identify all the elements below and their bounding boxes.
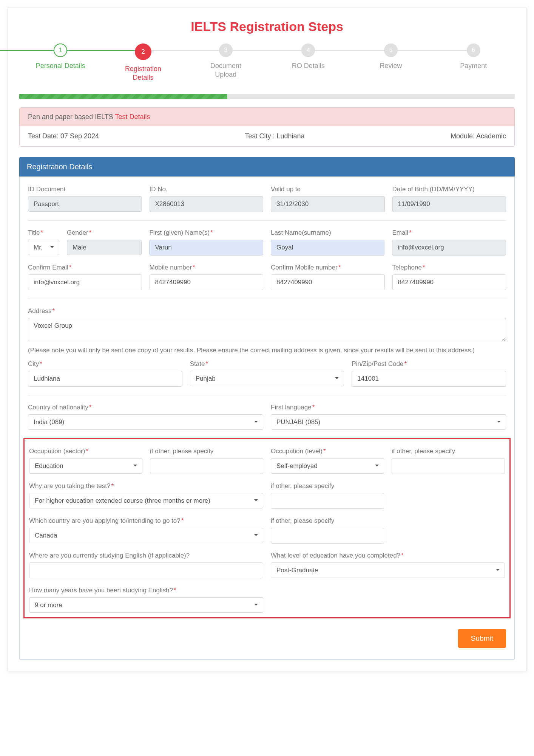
label-first-language: First language*: [271, 404, 506, 411]
label-first-name: First (given) Name(s)*: [149, 229, 263, 237]
city-input[interactable]: [28, 371, 182, 387]
first-language-select[interactable]: PUNJABI (085): [271, 414, 506, 430]
years-english-select[interactable]: 9 or more: [29, 597, 263, 613]
step-circle: 3: [219, 43, 233, 57]
label-id-no: ID No.: [150, 186, 264, 193]
label-email: Email*: [392, 229, 506, 237]
step-5[interactable]: 5Review: [350, 43, 432, 70]
progress-fill: [19, 94, 227, 99]
progress-bar: [19, 94, 515, 99]
label-title: Title*: [28, 229, 59, 237]
label-last-name: Last Name(surname): [271, 229, 385, 237]
label-state: State*: [190, 360, 344, 368]
stepper: 1Personal Details2RegistrationDetails3Do…: [19, 43, 515, 82]
step-label: RegistrationDetails: [102, 65, 185, 82]
study-where-input[interactable]: [29, 562, 263, 578]
label-years-english: How many years have you been studying En…: [29, 587, 263, 594]
confirm-mobile-input[interactable]: [271, 274, 385, 290]
step-circle: 5: [384, 43, 398, 57]
occupation-sector-select[interactable]: Education: [29, 458, 142, 474]
test-banner-body: Test Date: 07 Sep 2024 Test City : Ludhi…: [20, 126, 514, 146]
label-why-test-other: if other, please specify: [271, 482, 384, 490]
education-level-select[interactable]: Post-Graduate: [271, 562, 505, 578]
test-details-link[interactable]: Test Details: [115, 113, 150, 121]
label-telephone: Telephone*: [392, 264, 506, 271]
registration-container: IELTS Registration Steps 1Personal Detai…: [8, 8, 526, 671]
country-apply-other-input[interactable]: [271, 528, 384, 544]
state-select[interactable]: Punjab: [190, 371, 344, 386]
id-document-select[interactable]: Passport: [28, 196, 142, 212]
step-circle: 1: [54, 43, 67, 57]
pin-input[interactable]: [352, 371, 506, 387]
label-dob: Date of Birth (DD/MM/YYYY): [392, 186, 506, 193]
dob-input[interactable]: [392, 196, 506, 212]
step-3[interactable]: 3DocumentUpload: [184, 43, 267, 79]
country-apply-select[interactable]: Canada: [29, 528, 263, 543]
step-label: Payment: [432, 62, 515, 70]
nationality-select[interactable]: India (089): [28, 414, 263, 430]
label-id-document: ID Document: [28, 186, 142, 193]
step-label: RO Details: [267, 62, 350, 70]
page-title: IELTS Registration Steps: [19, 19, 515, 34]
section-body: ID Document Passport ID No. Valid up to …: [19, 177, 515, 660]
label-country-apply-other: if other, please specify: [271, 517, 384, 525]
why-test-other-input[interactable]: [271, 493, 384, 509]
step-6[interactable]: 6Payment: [432, 43, 515, 70]
test-details-banner: Pen and paper based IELTS Test Details T…: [19, 107, 515, 147]
test-banner-header: Pen and paper based IELTS Test Details: [20, 108, 514, 126]
label-why-test: Why are you taking the test?*: [29, 482, 263, 490]
confirm-email-input[interactable]: [28, 274, 142, 290]
section-header: Registration Details: [19, 157, 515, 177]
gender-select[interactable]: Male: [67, 240, 142, 255]
email-input[interactable]: [392, 240, 506, 256]
submit-button[interactable]: Submit: [458, 629, 506, 648]
label-confirm-email: Confirm Email*: [28, 264, 142, 271]
label-study-where: Where are you currently studying English…: [29, 552, 263, 559]
test-city: Test City : Ludhiana: [245, 132, 304, 140]
label-address: Address*: [28, 307, 506, 315]
occupation-level-other-input[interactable]: [392, 458, 505, 474]
telephone-input[interactable]: [392, 274, 506, 290]
test-date: Test Date: 07 Sep 2024: [28, 132, 99, 140]
label-nationality: Country of nationality*: [28, 404, 263, 411]
label-mobile: Mobile number*: [150, 264, 264, 271]
valid-upto-input[interactable]: [271, 196, 385, 212]
occupation-level-select[interactable]: Self-employed: [271, 458, 384, 474]
last-name-input[interactable]: [271, 240, 385, 256]
label-pin: Pin/Zip/Post Code*: [352, 360, 506, 368]
step-label: DocumentUpload: [184, 62, 267, 79]
label-country-apply: Which country are you applying to/intend…: [29, 517, 263, 525]
test-banner-prefix: Pen and paper based IELTS: [28, 113, 115, 121]
step-circle: 6: [467, 43, 480, 57]
highlighted-section: Occupation (sector)* Education if other,…: [23, 438, 511, 618]
label-occ-sector: Occupation (sector)*: [29, 448, 142, 455]
title-select[interactable]: Mr.: [28, 240, 59, 255]
label-gender: Gender*: [67, 229, 142, 237]
label-occ-level: Occupation (level)*: [271, 448, 384, 455]
step-label: Personal Details: [19, 62, 102, 70]
address-textarea[interactable]: Voxcel Group: [28, 318, 506, 341]
address-note: (Please note you will only be sent one c…: [28, 346, 506, 355]
label-valid-upto: Valid up to: [271, 186, 385, 193]
step-circle: 4: [301, 43, 315, 57]
occupation-sector-other-input[interactable]: [150, 458, 263, 474]
label-education-level: What level of education have you complet…: [271, 552, 505, 559]
step-circle: 2: [135, 43, 151, 60]
why-test-select[interactable]: For higher education extended course (th…: [29, 493, 263, 508]
first-name-input[interactable]: [149, 240, 263, 256]
label-confirm-mobile: Confirm Mobile number*: [271, 264, 385, 271]
step-1[interactable]: 1Personal Details: [19, 43, 102, 70]
label-occ-level-other: if other, please specify: [392, 448, 505, 455]
test-module: Module: Academic: [451, 132, 506, 140]
id-no-input[interactable]: [150, 196, 264, 212]
step-2[interactable]: 2RegistrationDetails: [102, 43, 185, 82]
label-occ-sector-other: if other, please specify: [150, 448, 263, 455]
label-city: City*: [28, 360, 182, 368]
mobile-input[interactable]: [150, 274, 264, 290]
step-label: Review: [350, 62, 432, 70]
step-4[interactable]: 4RO Details: [267, 43, 350, 70]
